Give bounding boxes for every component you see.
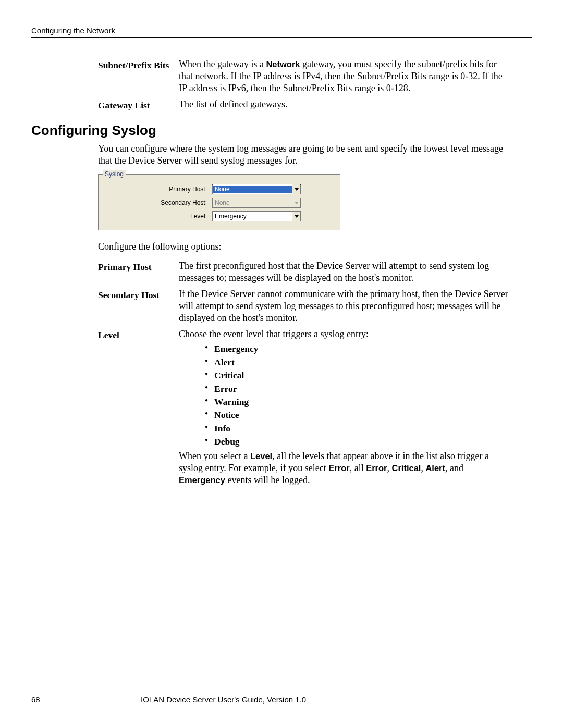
def-row-gateway-list: Gateway List The list of defined gateway… bbox=[98, 98, 532, 111]
def-desc: Choose the event level that triggers a s… bbox=[179, 328, 532, 486]
def-row-level: Level Choose the event level that trigge… bbox=[98, 328, 532, 486]
label-secondary-host: Secondary Host: bbox=[104, 199, 212, 206]
select-secondary-host: None bbox=[212, 198, 301, 208]
text: When you select a bbox=[179, 451, 250, 461]
section-heading-configuring-syslog: Configuring Syslog bbox=[31, 122, 532, 139]
bold-alert: Alert bbox=[425, 463, 445, 473]
level-item: Warning bbox=[205, 396, 511, 409]
page-number: 68 bbox=[31, 695, 141, 704]
level-item: Info bbox=[205, 422, 511, 435]
text: , and bbox=[445, 463, 463, 473]
label-primary-host: Primary Host: bbox=[104, 186, 212, 193]
syslog-dialog-screenshot: Syslog Primary Host: None Secondary Host… bbox=[98, 174, 340, 230]
level-item: Alert bbox=[205, 356, 511, 369]
def-row-secondary-host: Secondary Host If the Device Server cann… bbox=[98, 288, 532, 324]
bold-level: Level bbox=[250, 451, 272, 461]
chevron-down-icon bbox=[292, 198, 300, 207]
def-desc: The first preconfigured host that the De… bbox=[179, 260, 532, 284]
def-desc: When the gateway is a Network gateway, y… bbox=[179, 58, 532, 94]
bold-error: Error bbox=[328, 463, 349, 473]
syslog-row-secondary: Secondary Host: None bbox=[104, 196, 335, 209]
label-level: Level: bbox=[104, 213, 212, 220]
def-row-subnet-prefix-bits: Subnet/Prefix Bits When the gateway is a… bbox=[98, 58, 532, 94]
bold-emergency: Emergency bbox=[179, 475, 225, 485]
syslog-legend: Syslog bbox=[103, 170, 126, 178]
level-item: Critical bbox=[205, 369, 511, 382]
definitions-syslog: Primary Host The first preconfigured hos… bbox=[98, 260, 532, 486]
header-rule bbox=[31, 37, 532, 38]
def-row-primary-host: Primary Host The first preconfigured hos… bbox=[98, 260, 532, 284]
select-value: Emergency bbox=[213, 213, 292, 220]
level-item: Error bbox=[205, 382, 511, 396]
syslog-row-primary: Primary Host: None bbox=[104, 183, 335, 195]
footer-title: IOLAN Device Server User's Guide, Versio… bbox=[141, 695, 532, 704]
level-item: Emergency bbox=[205, 342, 511, 355]
syslog-row-level: Level: Emergency bbox=[104, 210, 335, 223]
bold-network: Network bbox=[266, 59, 300, 69]
chevron-down-icon[interactable] bbox=[292, 212, 300, 221]
def-desc: The list of defined gateways. bbox=[179, 98, 532, 110]
def-term: Gateway List bbox=[98, 98, 179, 111]
text: , all bbox=[350, 463, 366, 473]
def-desc: If the Device Server cannot communicate … bbox=[179, 288, 532, 324]
select-value: None bbox=[213, 186, 292, 193]
configure-options-line: Configure the following options: bbox=[98, 241, 532, 253]
intro-paragraph: You can configure where the system log m… bbox=[98, 143, 532, 167]
bold-error: Error bbox=[366, 463, 387, 473]
select-primary-host[interactable]: None bbox=[212, 184, 301, 194]
level-list: Emergency Alert Critical Error Warning N… bbox=[205, 342, 511, 448]
page-footer: 68 IOLAN Device Server User's Guide, Ver… bbox=[31, 695, 532, 704]
bold-critical: Critical bbox=[392, 463, 421, 473]
def-term: Level bbox=[98, 328, 179, 341]
def-term: Subnet/Prefix Bits bbox=[98, 58, 179, 71]
text: When the gateway is a bbox=[179, 59, 266, 69]
select-level[interactable]: Emergency bbox=[212, 211, 301, 221]
text: events will be logged. bbox=[225, 475, 310, 485]
select-value: None bbox=[213, 199, 292, 206]
level-item: Notice bbox=[205, 409, 511, 422]
def-term: Primary Host bbox=[98, 260, 179, 273]
chevron-down-icon[interactable] bbox=[292, 184, 300, 194]
text: , bbox=[387, 463, 392, 473]
def-term: Secondary Host bbox=[98, 288, 179, 301]
level-item: Debug bbox=[205, 435, 511, 448]
definitions-top: Subnet/Prefix Bits When the gateway is a… bbox=[98, 58, 532, 111]
running-head: Configuring the Network bbox=[31, 26, 532, 35]
level-intro: Choose the event level that triggers a s… bbox=[179, 329, 369, 339]
